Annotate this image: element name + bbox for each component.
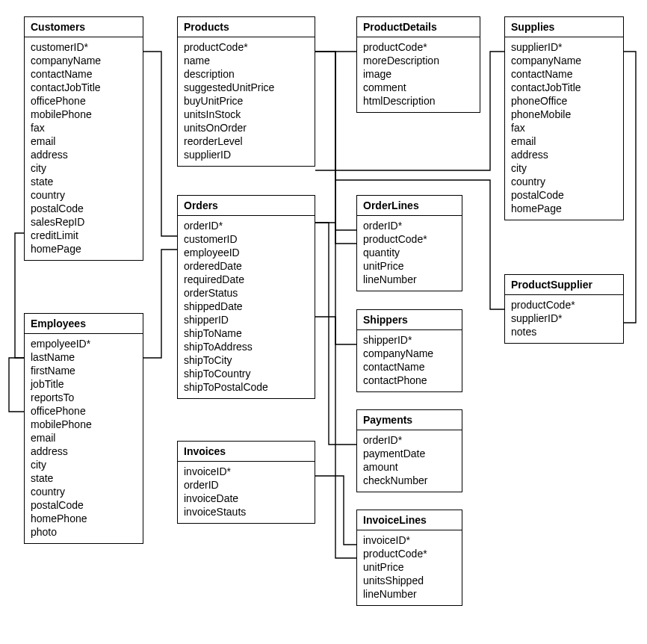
field: reorderLevel (184, 134, 309, 148)
field: suggestedUnitPrice (184, 81, 309, 94)
field: creditLimit (31, 229, 137, 242)
field: shipToCity (184, 353, 309, 367)
field: address (31, 445, 137, 458)
field: city (31, 161, 137, 175)
field: reportsTo (31, 391, 137, 404)
connector-line (624, 52, 636, 323)
connector-line (315, 223, 356, 230)
connector-line (143, 52, 177, 236)
field: city (31, 458, 137, 471)
field: lineNumber (363, 273, 456, 286)
field: contactJobTitle (31, 81, 137, 94)
field: homePage (511, 202, 617, 215)
entity-shippers: ShippersshipperID*companyNamecontactName… (356, 309, 462, 392)
field: mobilePhone (31, 418, 137, 431)
field: photo (31, 525, 137, 539)
field: invoiceDate (184, 492, 309, 505)
field: email (511, 134, 617, 148)
field: comment (363, 81, 474, 94)
field: buyUnitPrice (184, 94, 309, 108)
field: shipToCountry (184, 367, 309, 380)
field: phoneMobile (511, 108, 617, 121)
field: country (511, 175, 617, 188)
entity-productsupplier: ProductSupplierproductCode*supplierID*no… (504, 274, 624, 344)
field: contactJobTitle (511, 81, 617, 94)
field: contactName (31, 67, 137, 81)
field: htmlDescription (363, 94, 474, 108)
field: companyName (511, 54, 617, 67)
field: supplierID* (511, 40, 617, 54)
field: orderID* (363, 433, 456, 447)
field: unitsShipped (363, 574, 456, 587)
entity-fields: productCode*supplierID*notes (505, 295, 623, 343)
field: homePhone (31, 512, 137, 525)
field: jobTitle (31, 377, 137, 391)
connector-line (15, 233, 24, 358)
entity-invoicelines: InvoiceLinesinvoiceID*productCode*unitPr… (356, 510, 462, 606)
field: orderID (184, 478, 309, 492)
field: quantity (363, 246, 456, 259)
field: fax (31, 121, 137, 134)
entity-title: Employees (25, 314, 143, 334)
er-diagram-canvas: CustomerscustomerID*companyNamecontactNa… (0, 0, 647, 644)
entity-fields: orderID*paymentDateamountcheckNumber (357, 430, 462, 492)
entity-title: Orders (178, 196, 315, 216)
entity-fields: invoiceID*productCode*unitPriceunitsShip… (357, 530, 462, 605)
entity-orderlines: OrderLinesorderID*productCode*quantityun… (356, 195, 462, 291)
entity-fields: orderID*customerIDemployeeIDorderedDater… (178, 216, 315, 398)
entity-customers: CustomerscustomerID*companyNamecontactNa… (24, 16, 143, 261)
field: orderStatus (184, 286, 309, 300)
field: postalCode (31, 202, 137, 215)
field: homePage (31, 242, 137, 256)
field: fax (511, 121, 617, 134)
field: lineNumber (363, 587, 456, 601)
field: productCode* (363, 547, 456, 560)
entity-title: OrderLines (357, 196, 462, 216)
entity-fields: empolyeeID*lastNamefirstNamejobTitlerepo… (25, 334, 143, 543)
field: state (31, 175, 137, 188)
field: contactName (363, 360, 456, 374)
field: orderID* (363, 219, 456, 232)
entity-products: ProductsproductCode*namedescriptionsugge… (177, 16, 315, 167)
field: invoiceID* (184, 465, 309, 478)
entity-title: Payments (357, 410, 462, 430)
field: image (363, 67, 474, 81)
field: checkNumber (363, 474, 456, 487)
field: city (511, 161, 617, 175)
field: description (184, 67, 309, 81)
field: postalCode (31, 498, 137, 512)
connector-line (315, 52, 356, 244)
entity-fields: productCode*namedescriptionsuggestedUnit… (178, 37, 315, 166)
field: mobilePhone (31, 108, 137, 121)
field: amount (363, 460, 456, 474)
connector-line (9, 358, 24, 412)
entity-invoices: InvoicesinvoiceID*orderIDinvoiceDateinvo… (177, 441, 315, 524)
entity-title: Customers (25, 17, 143, 37)
field: employeeID (184, 246, 309, 259)
field: contactName (511, 67, 617, 81)
field: salesRepID (31, 215, 137, 229)
field: officePhone (31, 94, 137, 108)
entity-fields: supplierID*companyNamecontactNamecontact… (505, 37, 623, 220)
field: companyName (363, 347, 456, 360)
field: orderedDate (184, 259, 309, 273)
field: shipToAddress (184, 340, 309, 353)
connector-line (315, 52, 356, 558)
entity-fields: orderID*productCode*quantityunitPricelin… (357, 216, 462, 291)
entity-supplies: SuppliessupplierID*companyNamecontactNam… (504, 16, 624, 220)
field: phoneOffice (511, 94, 617, 108)
field: email (31, 431, 137, 445)
entity-employees: EmployeesempolyeeID*lastNamefirstNamejob… (24, 313, 143, 544)
entity-fields: customerID*companyNamecontactNamecontact… (25, 37, 143, 260)
field: productCode* (511, 298, 617, 312)
field: unitPrice (363, 259, 456, 273)
entity-fields: shipperID*companyNamecontactNamecontactP… (357, 330, 462, 391)
field: email (31, 134, 137, 148)
connector-line (143, 250, 177, 358)
field: productCode* (363, 232, 456, 246)
field: firstName (31, 364, 137, 377)
field: notes (511, 325, 617, 338)
field: empolyeeID* (31, 337, 137, 350)
entity-fields: invoiceID*orderIDinvoiceDateinvoiceStaut… (178, 462, 315, 523)
field: moreDescription (363, 54, 474, 67)
